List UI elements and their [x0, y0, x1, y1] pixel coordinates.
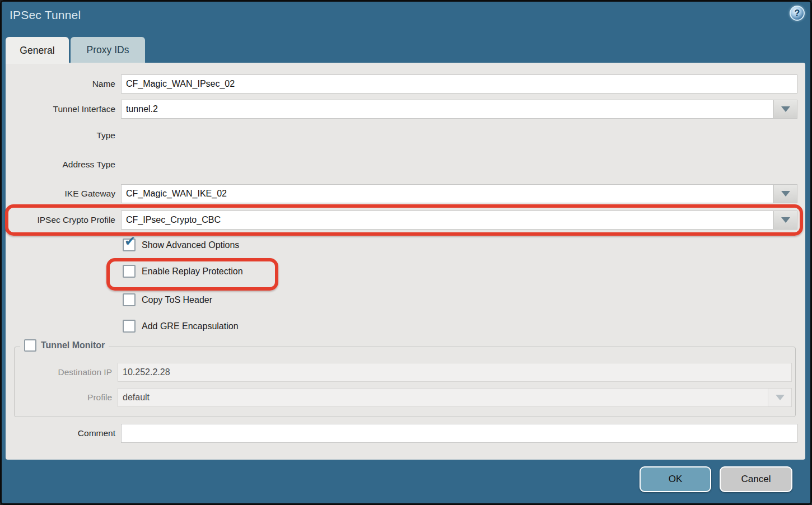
- ipsec-tunnel-dialog: IPSec Tunnel ? General Proxy IDs Name Tu…: [0, 0, 812, 505]
- checkbox-copy-tos-header[interactable]: Copy ToS Header: [123, 293, 212, 306]
- tunnel-interface-combo[interactable]: [121, 100, 797, 119]
- chevron-down-icon: [781, 191, 790, 197]
- ipsec-crypto-profile-input[interactable]: [122, 211, 773, 229]
- ike-gateway-row: IKE Gateway: [0, 184, 797, 203]
- checkbox-add-gre-encapsulation-control[interactable]: [123, 320, 136, 333]
- ok-button[interactable]: OK: [640, 466, 711, 492]
- profile-combo: [118, 388, 792, 407]
- check-icon: ✔: [124, 235, 136, 248]
- destination-ip-label: Destination IP: [0, 367, 118, 377]
- ipsec-crypto-profile-label: IPSec Crypto Profile: [0, 215, 121, 225]
- ok-button-label: OK: [669, 474, 683, 485]
- ipsec-crypto-profile-dropdown-button[interactable]: [773, 211, 797, 229]
- checkbox-tunnel-monitor-control[interactable]: [24, 339, 36, 352]
- chevron-down-icon: [781, 217, 790, 223]
- dialog-title: IPSec Tunnel: [10, 8, 81, 22]
- comment-input[interactable]: [121, 424, 797, 443]
- comment-label: Comment: [0, 428, 121, 438]
- profile-dropdown-button: [768, 389, 791, 406]
- profile-row: Profile: [0, 388, 792, 406]
- profile-label: Profile: [0, 392, 118, 403]
- name-label: Name: [0, 79, 121, 89]
- tab-general-label: General: [20, 45, 54, 57]
- tunnel-interface-input[interactable]: [122, 100, 773, 118]
- chevron-down-icon: [776, 395, 785, 400]
- checkbox-show-advanced-options-label: Show Advanced Options: [142, 240, 239, 250]
- tab-general[interactable]: General: [6, 37, 69, 64]
- name-input[interactable]: [121, 74, 797, 93]
- checkbox-add-gre-encapsulation-label: Add GRE Encapsulation: [142, 321, 239, 331]
- checkbox-show-advanced-options[interactable]: ✔ Show Advanced Options: [123, 239, 239, 251]
- ipsec-crypto-profile-row: IPSec Crypto Profile: [0, 211, 797, 230]
- tunnel-monitor-label: Tunnel Monitor: [41, 340, 105, 350]
- checkbox-add-gre-encapsulation[interactable]: Add GRE Encapsulation: [123, 320, 239, 333]
- comment-row: Comment: [0, 424, 797, 443]
- ike-gateway-combo[interactable]: [121, 184, 797, 203]
- checkbox-tunnel-monitor[interactable]: Tunnel Monitor: [20, 339, 109, 352]
- ike-gateway-dropdown-button[interactable]: [773, 185, 797, 203]
- address-type-label: Address Type: [0, 160, 121, 170]
- tab-proxy-ids[interactable]: Proxy IDs: [71, 37, 145, 63]
- name-row: Name: [0, 74, 797, 93]
- chevron-down-icon: [781, 106, 790, 112]
- destination-ip-row: Destination IP: [0, 363, 792, 381]
- help-glyph: ?: [795, 8, 800, 18]
- cancel-button[interactable]: Cancel: [720, 466, 792, 492]
- ike-gateway-input[interactable]: [122, 185, 773, 203]
- type-row: Type: [0, 128, 448, 143]
- cancel-button-label: Cancel: [741, 474, 771, 485]
- checkbox-enable-replay-protection-control[interactable]: [123, 265, 136, 278]
- help-icon[interactable]: ?: [790, 6, 805, 21]
- address-type-row: Address Type: [0, 157, 448, 172]
- tunnel-interface-dropdown-button[interactable]: [773, 100, 797, 118]
- checkbox-show-advanced-options-control[interactable]: ✔: [123, 239, 136, 251]
- tab-proxy-ids-label: Proxy IDs: [87, 44, 129, 56]
- type-label: Type: [0, 130, 121, 141]
- ipsec-crypto-profile-combo[interactable]: [121, 211, 797, 230]
- checkbox-enable-replay-protection-label: Enable Replay Protection: [142, 266, 243, 277]
- tunnel-interface-label: Tunnel Interface: [0, 104, 121, 114]
- profile-input: [118, 389, 768, 406]
- destination-ip-input: [118, 363, 792, 382]
- ike-gateway-label: IKE Gateway: [0, 189, 121, 199]
- checkbox-enable-replay-protection[interactable]: Enable Replay Protection: [123, 265, 243, 278]
- checkbox-copy-tos-header-label: Copy ToS Header: [142, 295, 212, 305]
- checkbox-copy-tos-header-control[interactable]: [123, 293, 136, 306]
- tunnel-interface-row: Tunnel Interface: [0, 100, 797, 119]
